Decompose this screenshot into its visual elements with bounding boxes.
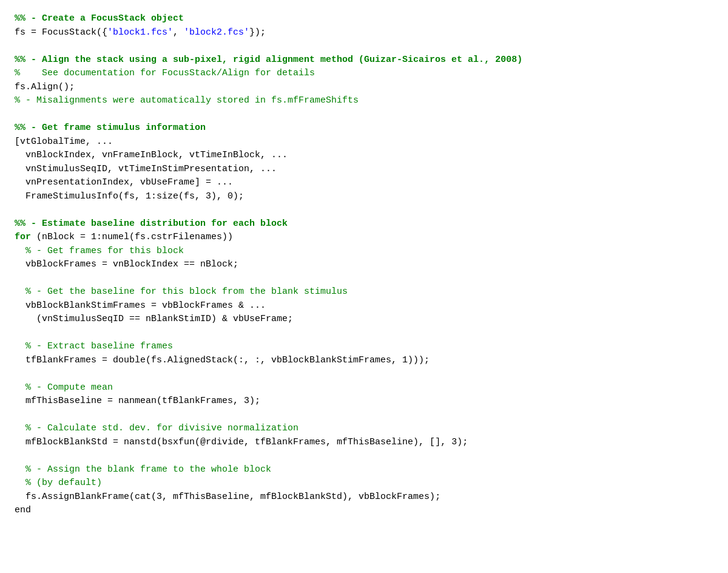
code-segment: %% - Align the stack using a sub-pixel, … <box>15 55 522 65</box>
code-segment: % - Extract baseline frames <box>15 341 173 351</box>
code-line: %% - Get frame stimulus information <box>15 121 713 135</box>
code-line: fs.Align(); <box>15 81 713 95</box>
code-segment: % - Get the baseline for this block from… <box>15 286 348 297</box>
code-line: % - Assign the blank frame to the whole … <box>15 463 713 477</box>
code-line: % - Calculate std. dev. for divisive nor… <box>15 422 713 436</box>
code-segment: mfThisBaseline = nanmean(tfBlankFrames, … <box>15 396 260 406</box>
code-line <box>15 409 713 422</box>
code-line: vbBlockFrames = vnBlockIndex == nBlock; <box>15 258 713 272</box>
code-segment: for <box>15 232 31 242</box>
code-segment: 'block2.fcs' <box>184 27 249 38</box>
code-line: % See documentation for FocusStack/Align… <box>15 67 713 81</box>
code-editor: %% - Create a FocusStack objectfs = Focu… <box>15 12 713 518</box>
code-segment: % (by default) <box>15 478 102 488</box>
code-line: % - Extract baseline frames <box>15 340 713 354</box>
code-segment: vbBlockFrames = vnBlockIndex == nBlock; <box>15 259 238 270</box>
code-line: %% - Create a FocusStack object <box>15 12 713 26</box>
code-segment: , <box>173 27 184 38</box>
code-segment: mfBlockBlankStd = nanstd(bsxfun(@rdivide… <box>15 437 468 447</box>
code-line <box>15 39 713 53</box>
code-line <box>15 108 713 122</box>
code-line <box>15 203 713 217</box>
code-segment: vbBlockBlankStimFrames = vbBlockFrames &… <box>15 300 266 311</box>
code-segment: fs.AssignBlankFrame(cat(3, mfThisBaselin… <box>15 492 440 502</box>
code-segment: fs.Align(); <box>15 82 75 92</box>
code-line: tfBlankFrames = double(fs.AlignedStack(:… <box>15 354 713 368</box>
code-segment: % - Get frames for this block <box>15 246 184 256</box>
code-line: end <box>15 504 713 518</box>
code-line: % - Compute mean <box>15 381 713 395</box>
code-segment: % - Assign the blank frame to the whole … <box>15 464 271 475</box>
code-segment: % See documentation for FocusStack/Align… <box>15 68 315 78</box>
code-segment: fs = FocusStack({ <box>15 27 107 38</box>
code-line: FrameStimulusInfo(fs, 1:size(fs, 3), 0); <box>15 190 713 204</box>
code-segment: % - Calculate std. dev. for divisive nor… <box>15 423 298 433</box>
code-segment: % - Compute mean <box>15 382 113 393</box>
code-segment: (vnStimulusSeqID == nBlankStimID) & vbUs… <box>15 314 293 324</box>
code-segment: FrameStimulusInfo(fs, 1:size(fs, 3), 0); <box>15 191 244 202</box>
code-line: %% - Estimate baseline distribution for … <box>15 217 713 231</box>
code-segment: vnPresentationIndex, vbUseFrame] = ... <box>15 177 233 188</box>
code-line: for (nBlock = 1:numel(fs.cstrFilenames)) <box>15 231 713 245</box>
code-segment: %% - Get frame stimulus information <box>15 123 206 133</box>
code-line: vnPresentationIndex, vbUseFrame] = ... <box>15 176 713 190</box>
code-segment: vnBlockIndex, vnFrameInBlock, vtTimeInBl… <box>15 150 288 160</box>
code-line: %% - Align the stack using a sub-pixel, … <box>15 53 713 67</box>
code-line: vnBlockIndex, vnFrameInBlock, vtTimeInBl… <box>15 149 713 163</box>
code-segment: [vtGlobalTime, ... <box>15 137 113 147</box>
code-line: % (by default) <box>15 476 713 490</box>
code-segment: % - Misalignments were automatically sto… <box>15 95 359 106</box>
code-line: (vnStimulusSeqID == nBlankStimID) & vbUs… <box>15 313 713 327</box>
code-segment: vnStimulusSeqID, vtTimeInStimPresentatio… <box>15 164 277 174</box>
code-line: fs = FocusStack({'block1.fcs', 'block2.f… <box>15 26 713 40</box>
code-line: % - Get the baseline for this block from… <box>15 285 713 299</box>
code-segment: %% - Create a FocusStack object <box>15 13 184 24</box>
code-segment: 'block1.fcs' <box>107 27 173 38</box>
code-segment: }); <box>249 27 266 38</box>
code-segment: %% - Estimate baseline distribution for … <box>15 219 288 229</box>
code-line <box>15 272 713 286</box>
code-segment: tfBlankFrames = double(fs.AlignedStack(:… <box>15 355 430 365</box>
code-line <box>15 327 713 341</box>
code-line: % - Misalignments were automatically sto… <box>15 94 713 108</box>
code-line: vnStimulusSeqID, vtTimeInStimPresentatio… <box>15 163 713 177</box>
code-line: [vtGlobalTime, ... <box>15 135 713 149</box>
code-segment: (nBlock = 1:numel(fs.cstrFilenames)) <box>31 232 233 242</box>
code-line: mfBlockBlankStd = nanstd(bsxfun(@rdivide… <box>15 436 713 450</box>
code-line: % - Get frames for this block <box>15 245 713 259</box>
code-line: mfThisBaseline = nanmean(tfBlankFrames, … <box>15 395 713 409</box>
code-line <box>15 449 713 463</box>
code-line: fs.AssignBlankFrame(cat(3, mfThisBaselin… <box>15 490 713 504</box>
code-line <box>15 367 713 381</box>
code-segment: end <box>15 505 31 515</box>
code-line: vbBlockBlankStimFrames = vbBlockFrames &… <box>15 299 713 313</box>
